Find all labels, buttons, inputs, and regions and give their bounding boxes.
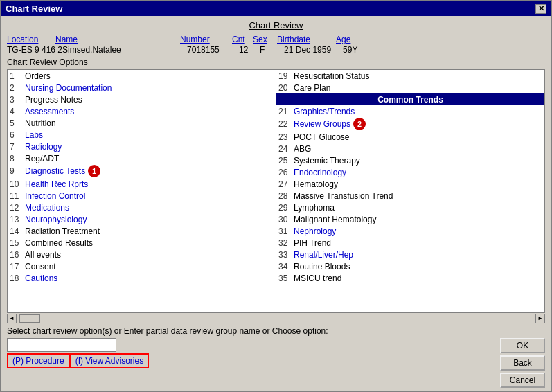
option-label[interactable]: Radiation Treatment xyxy=(25,226,100,236)
option-label[interactable]: Labs xyxy=(25,130,43,140)
list-item[interactable]: 20Care Plan xyxy=(276,82,544,93)
option-label[interactable]: Systemic Therapy xyxy=(294,156,360,166)
sex-header[interactable]: Sex xyxy=(253,35,277,44)
list-item[interactable]: 21Graphics/Trends xyxy=(276,105,544,117)
option-label[interactable]: Resuscitation Status xyxy=(294,71,369,81)
option-number: 22 xyxy=(278,119,294,129)
option-label[interactable]: Orders xyxy=(25,71,51,81)
list-item[interactable]: 27Hematology xyxy=(276,178,544,190)
option-label[interactable]: PIH Trend xyxy=(294,238,331,248)
option-label[interactable]: Medications xyxy=(25,203,69,213)
option-label[interactable]: Care Plan xyxy=(294,83,330,93)
name-value: Simsed,Natalee xyxy=(62,45,145,55)
list-item[interactable]: 22Review Groups2 xyxy=(276,117,544,131)
list-item[interactable]: 10Health Rec Rprts xyxy=(8,178,276,190)
scroll-right-btn[interactable]: ► xyxy=(535,314,545,323)
option-number: 32 xyxy=(278,238,294,248)
list-item[interactable]: 4Assessments xyxy=(8,105,276,117)
list-item[interactable]: 3Progress Notes xyxy=(8,93,276,105)
option-label[interactable]: Nursing Documentation xyxy=(25,83,112,93)
option-label[interactable]: Nutrition xyxy=(25,118,56,128)
list-item[interactable]: 34Routine Bloods xyxy=(276,260,544,272)
list-item[interactable]: 8Reg/ADT xyxy=(8,152,276,164)
list-item[interactable]: 6Labs xyxy=(8,129,276,141)
option-label[interactable]: Hematology xyxy=(294,179,338,189)
list-item[interactable]: 1Orders xyxy=(8,70,276,82)
list-item[interactable]: 12Medications xyxy=(8,202,276,213)
option-number: 27 xyxy=(278,179,294,189)
list-item[interactable]: 28Massive Transfusion Trend xyxy=(276,190,544,202)
birthdate-header[interactable]: Birthdate xyxy=(277,35,336,44)
option-label[interactable]: Review Groups xyxy=(294,119,350,129)
option-label[interactable]: ABG xyxy=(294,144,311,154)
option-label[interactable]: Infection Control xyxy=(25,191,85,201)
option-label[interactable]: Endocrinology xyxy=(294,168,346,177)
option-label[interactable]: Renal/Liver/Hep xyxy=(294,250,353,260)
back-button[interactable]: Back xyxy=(500,355,545,371)
list-item[interactable]: 30Malignant Hematology xyxy=(276,213,544,225)
location-header[interactable]: Location xyxy=(7,35,55,44)
option-label[interactable]: Massive Transfusion Trend xyxy=(294,191,393,201)
option-label[interactable]: Radiology xyxy=(25,142,62,152)
list-item[interactable]: 19Resuscitation Status xyxy=(276,70,544,82)
list-item[interactable]: 35MSICU trend xyxy=(276,272,544,284)
list-item[interactable]: 31Nephrology xyxy=(276,225,544,237)
list-item[interactable]: 7Radiology xyxy=(8,141,276,152)
window-title: Chart Review xyxy=(6,3,62,14)
list-item[interactable]: 25Systemic Therapy xyxy=(276,154,544,166)
list-item[interactable]: 24ABG xyxy=(276,143,544,154)
number-header[interactable]: Number xyxy=(180,35,232,44)
birthdate-value: 21 Dec 1959 xyxy=(284,45,343,55)
list-item[interactable]: 26Endocrinology xyxy=(276,166,544,178)
list-item[interactable]: 23POCT Glucose xyxy=(276,131,544,143)
list-item[interactable]: 5Nutrition xyxy=(8,117,276,129)
option-label[interactable]: Routine Bloods xyxy=(294,262,350,271)
title-bar: Chart Review ✕ xyxy=(1,1,551,16)
list-item[interactable]: 17Consent xyxy=(8,260,276,272)
list-item[interactable]: 11Infection Control xyxy=(8,190,276,202)
option-label[interactable]: Health Rec Rprts xyxy=(25,179,88,189)
section-title: Chart Review Options xyxy=(7,57,545,67)
list-item[interactable]: 16All events xyxy=(8,249,276,260)
cancel-button[interactable]: Cancel xyxy=(500,373,545,388)
list-item[interactable]: 33Renal/Liver/Hep xyxy=(276,249,544,260)
option-label[interactable]: Progress Notes xyxy=(25,95,82,105)
list-item[interactable]: 14Radiation Treatment xyxy=(8,225,276,237)
scroll-thumb[interactable] xyxy=(19,314,40,323)
list-item[interactable]: 9Diagnostic Tests1 xyxy=(8,164,276,178)
list-item[interactable]: 15Combined Results xyxy=(8,237,276,249)
list-item[interactable]: Common Trends xyxy=(276,93,544,105)
option-label[interactable]: POCT Glucose xyxy=(294,132,349,142)
list-item[interactable]: 18Cautions xyxy=(8,272,276,284)
option-label[interactable]: Consent xyxy=(25,262,56,271)
list-item[interactable]: 2Nursing Documentation xyxy=(8,82,276,93)
badge-1: 1 xyxy=(88,165,100,177)
option-label[interactable]: Combined Results xyxy=(25,238,93,248)
option-label[interactable]: Neurophysiology xyxy=(25,215,87,224)
option-label[interactable]: Assessments xyxy=(25,107,74,116)
close-button[interactable]: ✕ xyxy=(535,4,546,14)
option-label[interactable]: All events xyxy=(25,250,61,260)
age-header[interactable]: Age xyxy=(336,35,364,44)
option-label[interactable]: Cautions xyxy=(25,274,57,283)
option-label[interactable]: MSICU trend xyxy=(294,274,341,283)
option-number: 4 xyxy=(10,107,25,116)
age-value: 59Y xyxy=(343,45,371,55)
option-label[interactable]: Lymphoma xyxy=(294,203,335,213)
option-label[interactable]: Diagnostic Tests xyxy=(25,166,85,176)
ok-button[interactable]: OK xyxy=(500,338,545,353)
scroll-left-btn[interactable]: ◄ xyxy=(7,314,17,323)
name-header[interactable]: Name xyxy=(55,35,139,44)
list-item[interactable]: 29Lymphoma xyxy=(276,202,544,213)
shortcut-button[interactable]: (I) View Advisories xyxy=(70,353,149,368)
cnt-header[interactable]: Cnt xyxy=(232,35,253,44)
shortcut-button[interactable]: (P) Procedure xyxy=(7,353,70,368)
list-item[interactable]: 13Neurophysiology xyxy=(8,213,276,225)
option-label[interactable]: Graphics/Trends xyxy=(294,107,355,116)
option-label[interactable]: Reg/ADT xyxy=(25,154,59,163)
option-label[interactable]: Malignant Hematology xyxy=(294,215,376,224)
review-input[interactable] xyxy=(7,338,116,352)
list-item[interactable]: 32PIH Trend xyxy=(276,237,544,249)
badge-2: 2 xyxy=(353,118,366,130)
option-label[interactable]: Nephrology xyxy=(294,226,336,236)
